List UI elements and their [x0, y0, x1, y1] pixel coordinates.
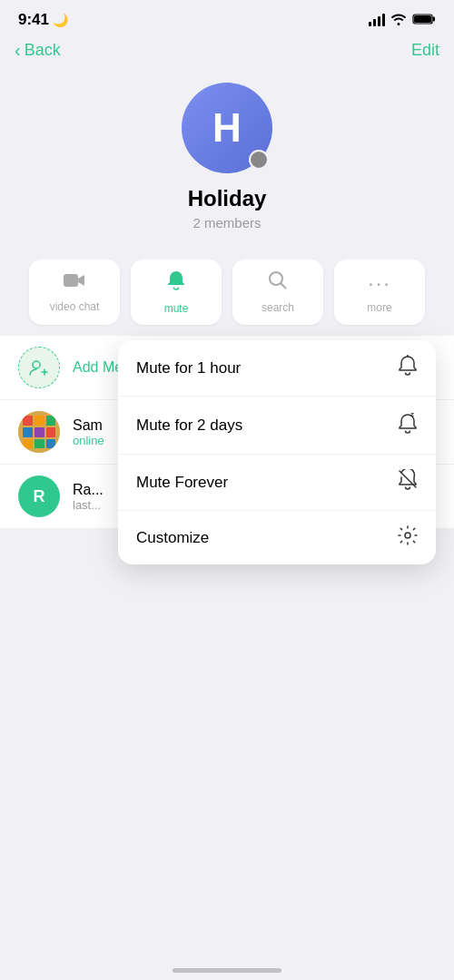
svg-rect-11 [35, 427, 44, 437]
wifi-icon [390, 13, 407, 28]
home-indicator [173, 968, 281, 973]
svg-rect-13 [23, 439, 33, 448]
mute-2days-item[interactable]: Mute for 2 days z [118, 397, 436, 455]
svg-rect-7 [23, 416, 33, 426]
moon-icon: 🌙 [53, 13, 68, 27]
status-bar: 9:41 🌙 [0, 0, 454, 36]
mute-2days-label: Mute for 2 days [136, 416, 242, 435]
video-chat-button[interactable]: video chat [29, 260, 120, 325]
action-row: video chat mute search ··· more [0, 249, 454, 336]
video-chat-icon [63, 271, 86, 295]
online-badge [249, 150, 269, 170]
svg-point-17 [405, 533, 410, 538]
svg-rect-2 [414, 15, 431, 23]
mute-label: mute [164, 302, 189, 315]
status-time: 9:41 [18, 11, 49, 29]
back-label: Back [25, 41, 61, 60]
mute-1hour-item[interactable]: Mute for 1 hour [118, 340, 436, 397]
svg-rect-9 [46, 416, 55, 426]
battery-icon [412, 13, 436, 28]
bell-off-icon [398, 469, 418, 495]
customize-item[interactable]: Customize [118, 511, 436, 564]
svg-rect-1 [433, 16, 436, 21]
mute-forever-item[interactable]: Mute Forever [118, 455, 436, 511]
more-button[interactable]: ··· more [334, 260, 425, 325]
search-icon [268, 270, 288, 296]
mute-1hour-label: Mute for 1 hour [136, 359, 241, 377]
mute-dropdown: Mute for 1 hour Mute for 2 days z Mute F… [118, 340, 436, 564]
profile-section: H Holiday 2 members [0, 68, 454, 249]
back-button[interactable]: ‹ Back [15, 40, 61, 61]
svg-point-5 [33, 361, 40, 368]
member-sam-avatar [18, 411, 60, 453]
svg-rect-12 [46, 427, 55, 437]
svg-rect-14 [35, 439, 44, 448]
back-chevron-icon: ‹ [15, 40, 21, 61]
more-dots-icon: ··· [368, 270, 391, 296]
mute-bell-icon [166, 270, 186, 297]
mute-button[interactable]: mute [131, 260, 222, 325]
svg-rect-8 [35, 416, 44, 426]
search-label: search [262, 301, 294, 314]
add-member-avatar [18, 347, 60, 388]
more-label: more [367, 301, 391, 314]
svg-rect-10 [23, 427, 33, 437]
svg-rect-3 [64, 274, 78, 287]
group-name: Holiday [188, 186, 267, 211]
svg-text:z: z [410, 411, 414, 418]
bell-z-icon: z [398, 411, 418, 439]
gear-icon [398, 525, 418, 550]
avatar-container: H [182, 83, 272, 173]
svg-rect-15 [46, 439, 55, 448]
edit-button[interactable]: Edit [411, 41, 439, 60]
signal-icon [369, 14, 385, 26]
video-chat-label: video chat [50, 300, 100, 313]
nav-bar: ‹ Back Edit [0, 36, 454, 68]
bell-active-icon [398, 355, 418, 381]
member-ra-avatar: R [18, 475, 60, 517]
mute-forever-label: Mute Forever [136, 474, 228, 492]
status-icons [369, 13, 436, 28]
member-count: 2 members [192, 215, 261, 230]
customize-label: Customize [136, 529, 209, 547]
search-button[interactable]: search [232, 260, 323, 325]
